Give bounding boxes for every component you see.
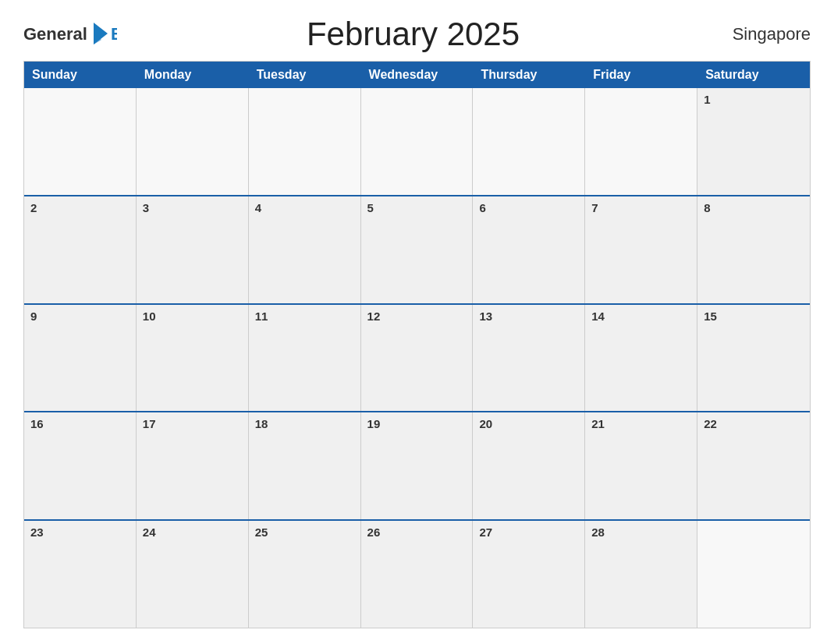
day-cell-3-0: 16	[24, 412, 137, 519]
day-cell-4-5: 28	[585, 521, 697, 628]
day-number-13: 13	[479, 310, 578, 323]
day-cell-0-0	[24, 88, 137, 195]
day-cell-0-2	[249, 88, 361, 195]
day-headers-row: Sunday Monday Tuesday Wednesday Thursday…	[24, 62, 810, 88]
day-number-5: 5	[367, 201, 467, 214]
day-header-saturday: Saturday	[697, 62, 810, 88]
svg-text:Blue: Blue	[111, 24, 117, 44]
calendar-grid: Sunday Monday Tuesday Wednesday Thursday…	[23, 61, 811, 628]
day-cell-1-5: 7	[585, 196, 697, 303]
week-row-2: 2345678	[24, 195, 810, 303]
week-row-1: 1	[24, 88, 810, 195]
day-cell-4-4: 27	[473, 521, 585, 628]
day-cell-2-1: 10	[137, 305, 249, 412]
day-cell-3-1: 17	[137, 412, 249, 519]
day-number-16: 16	[30, 417, 130, 430]
day-cell-2-4: 13	[473, 305, 585, 412]
day-cell-2-0: 9	[24, 305, 137, 412]
day-cell-0-4	[473, 88, 585, 195]
day-cell-0-1	[137, 88, 249, 195]
day-cell-2-3: 12	[361, 305, 474, 412]
header: General Blue February 2025 Singapore	[23, 16, 811, 53]
logo-icon: General Blue	[23, 19, 117, 49]
day-cell-1-2: 4	[249, 196, 361, 303]
day-cell-4-3: 26	[361, 521, 474, 628]
day-number-28: 28	[591, 525, 690, 539]
day-number-18: 18	[255, 417, 354, 430]
logo: General Blue	[23, 19, 117, 49]
day-number-25: 25	[255, 525, 354, 539]
day-cell-3-5: 21	[585, 412, 697, 519]
svg-text:General: General	[23, 24, 87, 44]
day-header-wednesday: Wednesday	[361, 62, 474, 88]
day-cell-1-4: 6	[473, 196, 585, 303]
day-cell-1-1: 3	[137, 196, 249, 303]
day-number-22: 22	[704, 417, 804, 430]
day-cell-2-6: 15	[697, 305, 810, 412]
day-number-17: 17	[143, 417, 242, 430]
day-number-4: 4	[255, 201, 354, 214]
day-cell-2-2: 11	[249, 305, 361, 412]
day-number-11: 11	[255, 310, 354, 323]
day-cell-4-6	[697, 521, 810, 628]
day-number-7: 7	[591, 201, 690, 214]
day-number-9: 9	[30, 310, 130, 323]
day-number-20: 20	[479, 417, 578, 430]
day-cell-1-0: 2	[24, 196, 137, 303]
region-label: Singapore	[709, 24, 811, 44]
day-number-21: 21	[591, 417, 690, 430]
day-number-14: 14	[591, 310, 690, 323]
weeks-container: 1234567891011121314151617181920212223242…	[24, 88, 810, 628]
day-number-6: 6	[479, 201, 578, 214]
day-cell-4-2: 25	[249, 521, 361, 628]
calendar-page: General Blue February 2025 Singapore Sun…	[0, 0, 834, 644]
day-header-tuesday: Tuesday	[249, 62, 361, 88]
calendar-title: February 2025	[117, 16, 709, 53]
day-cell-3-2: 18	[249, 412, 361, 519]
day-number-27: 27	[479, 525, 578, 539]
day-cell-3-4: 20	[473, 412, 585, 519]
day-number-24: 24	[143, 525, 242, 539]
day-number-15: 15	[704, 310, 804, 323]
day-header-sunday: Sunday	[24, 62, 137, 88]
day-number-23: 23	[30, 525, 130, 539]
day-number-8: 8	[704, 201, 804, 214]
day-number-26: 26	[367, 525, 467, 539]
day-number-12: 12	[367, 310, 467, 323]
day-number-2: 2	[30, 201, 130, 214]
week-row-5: 232425262728	[24, 519, 810, 628]
day-header-thursday: Thursday	[473, 62, 585, 88]
week-row-3: 9101112131415	[24, 303, 810, 412]
day-cell-1-3: 5	[361, 196, 474, 303]
day-number-1: 1	[704, 93, 804, 106]
day-header-monday: Monday	[137, 62, 249, 88]
day-cell-1-6: 8	[697, 196, 810, 303]
day-cell-4-1: 24	[137, 521, 249, 628]
day-cell-2-5: 14	[585, 305, 697, 412]
day-cell-0-3	[361, 88, 474, 195]
day-number-10: 10	[143, 310, 242, 323]
day-cell-3-6: 22	[697, 412, 810, 519]
day-cell-0-6: 1	[697, 88, 810, 195]
week-row-4: 16171819202122	[24, 411, 810, 519]
day-header-friday: Friday	[585, 62, 697, 88]
day-cell-0-5	[585, 88, 697, 195]
day-cell-4-0: 23	[24, 521, 137, 628]
day-number-19: 19	[367, 417, 467, 430]
day-cell-3-3: 19	[361, 412, 474, 519]
day-number-3: 3	[143, 201, 242, 214]
